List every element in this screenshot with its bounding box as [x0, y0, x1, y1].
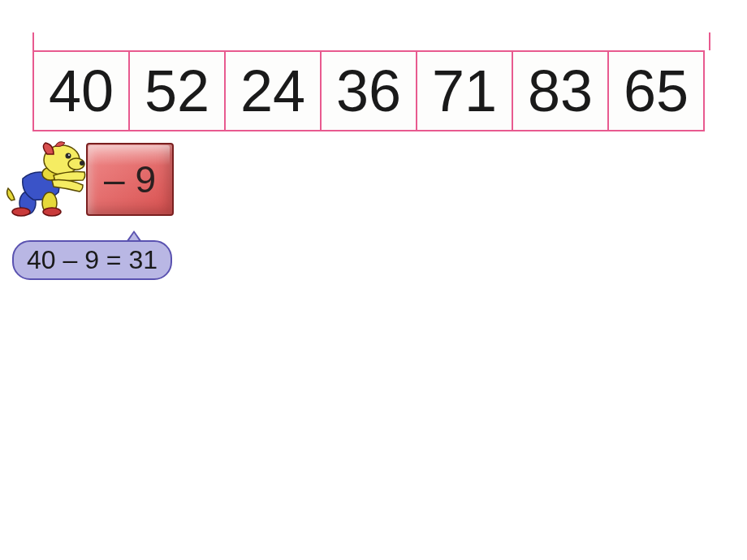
operator-cube: – 9	[86, 143, 174, 216]
operator-label: – 9	[104, 157, 156, 201]
number-cell-3: 36	[320, 50, 417, 131]
svg-point-1	[12, 208, 30, 216]
number-row: 40 52 24 36 71 83 65	[32, 50, 705, 131]
svg-point-7	[80, 161, 84, 166]
number-cell-2: 24	[224, 50, 322, 131]
number-cell-4: 71	[416, 50, 513, 131]
number-cell-1: 52	[128, 50, 226, 131]
svg-point-8	[66, 153, 71, 159]
character-area: – 9	[5, 140, 188, 221]
equation-bubble: 40 – 9 = 31	[12, 240, 172, 280]
svg-point-9	[68, 154, 70, 156]
number-cell-6: 65	[607, 50, 705, 131]
number-cell-0: 40	[32, 50, 130, 131]
row-top-border	[32, 32, 710, 50]
number-cell-5: 83	[512, 50, 609, 131]
svg-point-3	[43, 208, 61, 216]
dog-icon	[5, 140, 90, 217]
equation-text: 40 – 9 = 31	[27, 245, 158, 274]
